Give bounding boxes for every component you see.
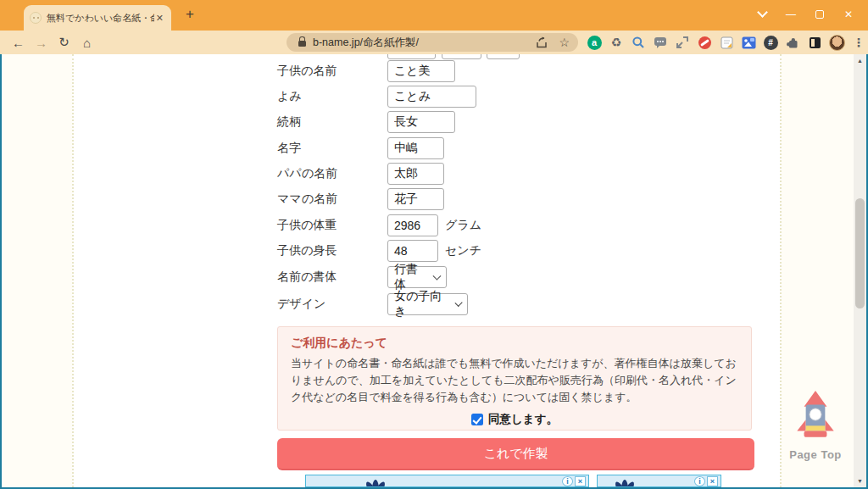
- field-label: 名字: [277, 141, 387, 156]
- address-bar[interactable]: b-name.jp/命名紙作製/ ☆: [287, 33, 578, 52]
- https-lock-icon[interactable]: [298, 41, 306, 47]
- profile-avatar-icon[interactable]: [826, 32, 848, 53]
- scrollbar-thumb[interactable]: [855, 198, 865, 308]
- field-input[interactable]: [387, 111, 455, 133]
- tab-close-icon[interactable]: ✕: [154, 13, 165, 24]
- scroll-down-icon[interactable]: ▼: [854, 475, 866, 487]
- dark-reader-icon[interactable]: [804, 32, 826, 53]
- form-row: ママの名前: [277, 188, 444, 210]
- field-input[interactable]: [387, 214, 438, 236]
- block-icon[interactable]: [693, 32, 715, 53]
- scrollbar[interactable]: ▲ ▼: [854, 54, 866, 487]
- rocket-icon: [794, 390, 837, 442]
- field-label: 子供の身長: [277, 243, 387, 258]
- field-input[interactable]: [387, 240, 438, 262]
- form-row: 子供の身長センチ: [277, 240, 481, 262]
- form-row: 名前の書体行書体: [277, 266, 447, 288]
- notice-title: ご利用にあたって: [291, 336, 738, 351]
- page-top-button[interactable]: Page Top: [785, 390, 846, 461]
- field-unit-label: グラム: [445, 218, 481, 233]
- form-row: デザイン女の子向き: [277, 293, 468, 315]
- birthdate-field-partial[interactable]: [442, 54, 481, 59]
- bookmark-star-icon[interactable]: ☆: [559, 36, 570, 49]
- field-input[interactable]: [387, 163, 444, 185]
- field-select[interactable]: 行書体: [387, 266, 447, 288]
- scroll-up-icon[interactable]: ▲: [854, 54, 866, 67]
- site-favicon-icon: [30, 12, 42, 24]
- tab-title: 無料でかわいい命名紙・命名書が作: [47, 12, 154, 25]
- field-label: 名前の書体: [277, 270, 387, 285]
- ad-close-icon[interactable]: ×: [575, 476, 586, 486]
- home-button[interactable]: ⌂: [75, 32, 98, 53]
- page-background: 子供の名前よみ続柄名字パパの名前ママの名前子供の体重グラム子供の身長センチ名前の…: [2, 54, 866, 487]
- ad-info-icon[interactable]: i: [562, 476, 573, 486]
- page-top-label: Page Top: [785, 448, 846, 461]
- form-row: 名字: [277, 137, 444, 159]
- screenshot-icon[interactable]: [737, 32, 760, 53]
- field-label: 続柄: [277, 114, 387, 130]
- form-row: 続柄: [277, 111, 455, 133]
- chevron-down-icon: [454, 299, 463, 308]
- chat-icon[interactable]: [649, 32, 671, 53]
- field-label: 子供の名前: [277, 64, 387, 79]
- search-icon[interactable]: [627, 32, 649, 53]
- birthdate-field-partial[interactable]: [387, 54, 436, 59]
- ad-banner[interactable]: i ×: [597, 475, 721, 487]
- agree-checkbox[interactable]: [471, 414, 483, 425]
- browser-window: 無料でかわいい命名紙・命名書が作 ✕ + — ✕ ←→↻⌂ b-name.jp/…: [0, 0, 868, 489]
- field-input[interactable]: [387, 60, 455, 82]
- new-tab-button[interactable]: +: [180, 6, 200, 23]
- select-value: 行書体: [394, 262, 427, 292]
- field-input[interactable]: [387, 86, 476, 108]
- chevron-down-icon: [433, 272, 442, 281]
- reload-button[interactable]: ↻: [53, 32, 75, 53]
- field-label: パパの名前: [277, 166, 387, 181]
- field-select[interactable]: 女の子向き: [387, 293, 468, 315]
- browser-tab[interactable]: 無料でかわいい命名紙・命名書が作 ✕: [24, 5, 171, 31]
- form-row: 子供の体重グラム: [277, 214, 481, 236]
- browser-toolbar: ←→↻⌂ b-name.jp/命名紙作製/ ☆ a♻#⋮: [0, 31, 868, 54]
- flower-icon: [357, 478, 394, 487]
- dark-globe-icon[interactable]: #: [760, 32, 782, 53]
- amazon-a-icon[interactable]: a: [583, 32, 605, 53]
- usage-notice-box: ご利用にあたって 当サイトの命名書・命名紙は誰でも無料で作成いただけますが、著作…: [277, 326, 752, 431]
- field-label: ママの名前: [277, 192, 387, 207]
- select-value: 女の子向き: [394, 289, 449, 320]
- tab-search-chevron-icon[interactable]: [748, 3, 776, 25]
- ad-banner[interactable]: i ×: [305, 475, 589, 487]
- content-panel: 子供の名前よみ続柄名字パパの名前ママの名前子供の体重グラム子供の身長センチ名前の…: [72, 54, 782, 487]
- field-unit-label: センチ: [445, 243, 481, 258]
- puzzle-icon[interactable]: [782, 32, 804, 53]
- forward-button[interactable]: →: [30, 32, 53, 53]
- browser-titlebar: 無料でかわいい命名紙・命名書が作 ✕ + — ✕: [0, 0, 868, 31]
- field-input[interactable]: [387, 137, 444, 159]
- ad-info-icon[interactable]: i: [694, 476, 705, 486]
- form-row: よみ: [277, 86, 476, 108]
- flower-icon: [606, 478, 643, 487]
- agree-label: 同意します。: [488, 412, 558, 427]
- minimize-button[interactable]: —: [776, 3, 805, 25]
- maximize-button[interactable]: [805, 3, 834, 25]
- menu-dots-icon[interactable]: ⋮: [848, 32, 868, 53]
- url-text[interactable]: b-name.jp/命名紙作製/: [313, 36, 535, 50]
- form-row: 子供の名前: [277, 60, 455, 82]
- create-button[interactable]: これで作製: [277, 438, 754, 470]
- ad-close-icon[interactable]: ×: [707, 476, 718, 486]
- field-label: 子供の体重: [277, 218, 387, 233]
- move-icon[interactable]: [671, 32, 693, 53]
- notice-body: 当サイトの命名書・命名紙は誰でも無料で作成いただけますが、著作権自体は放棄してお…: [291, 355, 738, 406]
- form-row: パパの名前: [277, 163, 444, 185]
- close-window-button[interactable]: ✕: [834, 3, 863, 25]
- field-input[interactable]: [387, 188, 444, 210]
- share-icon[interactable]: [535, 36, 548, 49]
- field-label: よみ: [277, 89, 387, 104]
- note-icon[interactable]: [715, 32, 737, 53]
- back-button[interactable]: ←: [7, 32, 30, 53]
- recycle-icon[interactable]: ♻: [605, 32, 627, 53]
- birthdate-field-partial[interactable]: [487, 54, 520, 59]
- field-label: デザイン: [277, 297, 387, 312]
